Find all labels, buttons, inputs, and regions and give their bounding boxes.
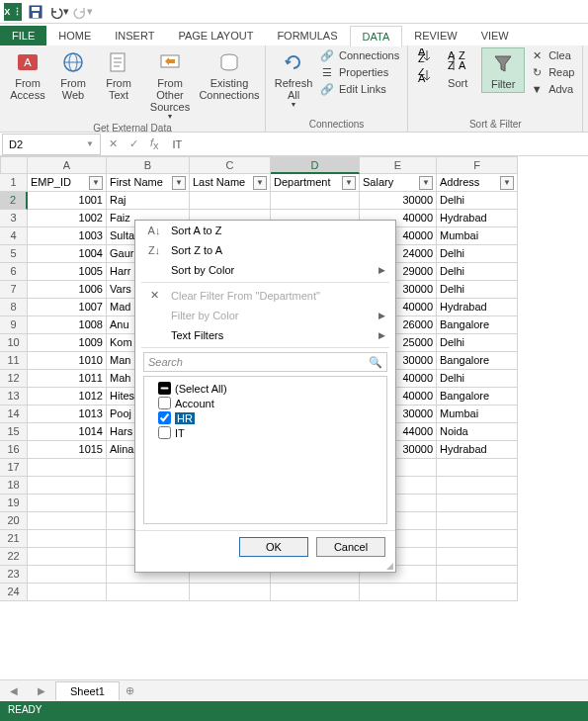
row-header-6[interactable]: 6 bbox=[0, 263, 28, 281]
formula-input[interactable]: IT bbox=[165, 138, 588, 150]
add-sheet-button[interactable]: ⊕ bbox=[120, 684, 141, 697]
row-header-18[interactable]: 18 bbox=[0, 477, 28, 495]
cell-A23[interactable] bbox=[28, 566, 107, 584]
cell-A5[interactable]: 1004 bbox=[28, 245, 107, 263]
sort-az-button[interactable]: AZ bbox=[414, 47, 434, 63]
cell-F19[interactable] bbox=[437, 495, 518, 512]
row-header-19[interactable]: 19 bbox=[0, 495, 28, 512]
save-button[interactable] bbox=[26, 2, 45, 22]
cell-F6[interactable]: Delhi bbox=[437, 263, 518, 281]
cell-D2[interactable] bbox=[271, 192, 360, 210]
row-header-17[interactable]: 17 bbox=[0, 459, 28, 477]
row-header-22[interactable]: 22 bbox=[0, 548, 28, 566]
filter-dropdown-icon[interactable]: ▼ bbox=[500, 176, 514, 190]
existing-connections-button[interactable]: Existing Connections bbox=[200, 47, 259, 103]
row-header-5[interactable]: 5 bbox=[0, 245, 28, 263]
undo-button[interactable]: ▾ bbox=[49, 2, 69, 22]
header-cell-D[interactable]: Department▼ bbox=[271, 174, 360, 192]
from-text-button[interactable]: From Text bbox=[97, 47, 140, 103]
cell-F18[interactable] bbox=[437, 477, 518, 495]
sheet-nav-left[interactable]: ◀ bbox=[0, 685, 28, 696]
tab-review[interactable]: REVIEW bbox=[402, 26, 468, 45]
select-all-button[interactable] bbox=[0, 156, 28, 174]
reapply-button[interactable]: ↻Reap bbox=[527, 64, 576, 80]
cell-F13[interactable]: Bangalore bbox=[437, 388, 518, 406]
tab-formulas[interactable]: FORMULAS bbox=[265, 26, 349, 45]
tab-page-layout[interactable]: PAGE LAYOUT bbox=[166, 26, 265, 45]
from-access-button[interactable]: AFrom Access bbox=[6, 47, 49, 103]
cell-F9[interactable]: Bangalore bbox=[437, 316, 518, 334]
col-header-B[interactable]: B bbox=[107, 156, 190, 174]
clear-filter-button[interactable]: ✕Clea bbox=[527, 47, 576, 63]
checkbox-it[interactable] bbox=[158, 426, 171, 439]
cell-F3[interactable]: Hydrabad bbox=[437, 210, 518, 227]
cell-A24[interactable] bbox=[28, 584, 107, 601]
name-box[interactable]: D2▼ bbox=[2, 134, 101, 155]
col-header-F[interactable]: F bbox=[437, 156, 518, 174]
cancel-formula-icon[interactable]: ✕ bbox=[103, 137, 124, 150]
fx-icon[interactable]: fx bbox=[144, 136, 165, 151]
cell-F11[interactable]: Bangalore bbox=[437, 352, 518, 370]
cell-D24[interactable] bbox=[271, 584, 360, 601]
from-other-sources-button[interactable]: From Other Sources▼ bbox=[142, 47, 198, 122]
cell-B24[interactable] bbox=[107, 584, 190, 601]
cell-A9[interactable]: 1008 bbox=[28, 316, 107, 334]
row-header-16[interactable]: 16 bbox=[0, 441, 28, 459]
sheet-tab-sheet1[interactable]: Sheet1 bbox=[55, 681, 120, 700]
cell-A3[interactable]: 1002 bbox=[28, 210, 107, 227]
row-header-9[interactable]: 9 bbox=[0, 316, 28, 334]
tab-view[interactable]: VIEW bbox=[469, 26, 521, 45]
header-cell-E[interactable]: Salary▼ bbox=[360, 174, 437, 192]
cell-A13[interactable]: 1012 bbox=[28, 388, 107, 406]
row-header-15[interactable]: 15 bbox=[0, 423, 28, 441]
ok-button[interactable]: OK bbox=[239, 537, 308, 557]
cell-A15[interactable]: 1014 bbox=[28, 423, 107, 441]
cell-A4[interactable]: 1003 bbox=[28, 227, 107, 245]
cell-F16[interactable]: Hydrabad bbox=[437, 441, 518, 459]
row-header-12[interactable]: 12 bbox=[0, 370, 28, 388]
cell-F23[interactable] bbox=[437, 566, 518, 584]
cell-F22[interactable] bbox=[437, 548, 518, 566]
row-header-13[interactable]: 13 bbox=[0, 388, 28, 406]
cell-F4[interactable]: Mumbai bbox=[437, 227, 518, 245]
filter-item-hr[interactable]: HR bbox=[148, 410, 382, 425]
header-cell-C[interactable]: Last Name▼ bbox=[190, 174, 271, 192]
sort-z-to-a-item[interactable]: Z↓Sort Z to A bbox=[135, 240, 395, 260]
cell-C2[interactable] bbox=[190, 192, 271, 210]
advanced-button[interactable]: ▼Adva bbox=[527, 81, 576, 97]
enter-formula-icon[interactable]: ✓ bbox=[124, 137, 144, 150]
filter-item-it[interactable]: IT bbox=[148, 425, 382, 440]
row-header-1[interactable]: 1 bbox=[0, 174, 28, 192]
connections-button[interactable]: 🔗Connections bbox=[317, 47, 401, 63]
text-filters-item[interactable]: Text Filters▶ bbox=[135, 325, 395, 345]
redo-button[interactable]: ▾ bbox=[73, 2, 93, 22]
cell-A19[interactable] bbox=[28, 495, 107, 512]
filter-dropdown-icon[interactable]: ▼ bbox=[172, 176, 186, 190]
cell-A21[interactable] bbox=[28, 530, 107, 548]
cell-F17[interactable] bbox=[437, 459, 518, 477]
tab-file[interactable]: FILE bbox=[0, 26, 46, 45]
cell-A12[interactable]: 1011 bbox=[28, 370, 107, 388]
checkbox-hr[interactable] bbox=[158, 411, 171, 424]
resize-grip-icon[interactable]: ◢ bbox=[135, 563, 395, 572]
cell-F15[interactable]: Noida bbox=[437, 423, 518, 441]
row-header-7[interactable]: 7 bbox=[0, 281, 28, 299]
cell-F5[interactable]: Delhi bbox=[437, 245, 518, 263]
tab-insert[interactable]: INSERT bbox=[103, 26, 166, 45]
row-header-8[interactable]: 8 bbox=[0, 299, 28, 316]
header-cell-A[interactable]: EMP_ID▼ bbox=[28, 174, 107, 192]
filter-dropdown-icon[interactable]: ▼ bbox=[253, 176, 267, 190]
cell-A10[interactable]: 1009 bbox=[28, 334, 107, 352]
row-header-24[interactable]: 24 bbox=[0, 584, 28, 601]
cell-A2[interactable]: 1001 bbox=[28, 192, 107, 210]
filter-dropdown-icon[interactable]: ▼ bbox=[419, 176, 433, 190]
filter-dropdown-icon[interactable]: ▼ bbox=[89, 176, 103, 190]
filter-item-select-all[interactable]: (Select All) bbox=[148, 381, 382, 396]
checkbox-select-all[interactable] bbox=[158, 382, 171, 395]
from-web-button[interactable]: From Web bbox=[51, 47, 95, 103]
tab-data[interactable]: DATA bbox=[350, 26, 403, 46]
cell-A16[interactable]: 1015 bbox=[28, 441, 107, 459]
sort-button[interactable]: AZZASort bbox=[436, 47, 479, 91]
refresh-all-button[interactable]: Refresh All▼ bbox=[272, 47, 315, 110]
cell-E2[interactable]: 30000 bbox=[360, 192, 437, 210]
